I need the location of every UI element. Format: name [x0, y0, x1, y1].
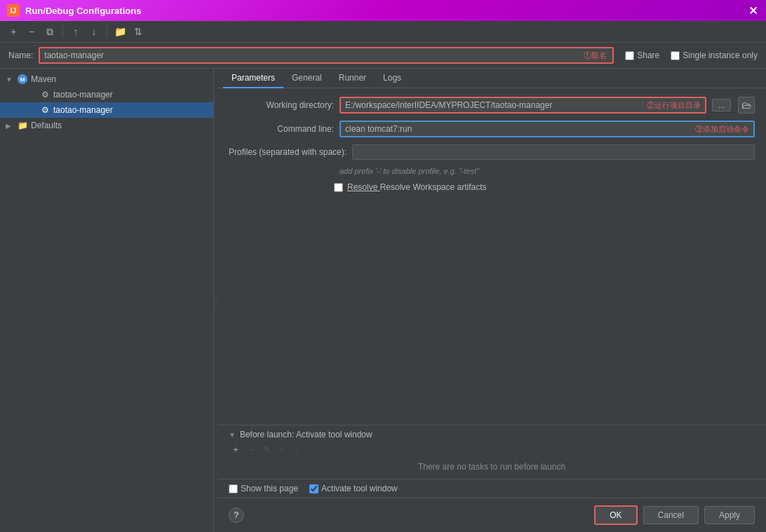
- before-launch-toolbar: + − ✎ ↑ ↓: [229, 442, 755, 456]
- help-button[interactable]: ?: [229, 507, 244, 523]
- profiles-label: Profiles (separated with space):: [229, 147, 347, 157]
- command-line-label: Command line:: [229, 124, 334, 134]
- toolbar: + − ⧉ ↑ ↓ 📁 ⇅: [0, 21, 766, 43]
- tab-general[interactable]: General: [283, 69, 330, 88]
- activate-tool-checkbox-label[interactable]: Activate tool window: [309, 484, 398, 493]
- working-directory-row: Working directory: ②运行项目目录 ... 🗁: [229, 97, 755, 114]
- share-checkbox-label[interactable]: Share: [625, 50, 659, 60]
- resolve-workspace-text: Resolve Workspace artifacts: [380, 182, 487, 192]
- sort-button[interactable]: ⇅: [130, 24, 146, 39]
- profiles-input[interactable]: [352, 144, 755, 160]
- resolve-checkbox[interactable]: [334, 183, 343, 192]
- maven-icon: [17, 74, 28, 85]
- remove-config-button[interactable]: −: [24, 24, 39, 39]
- name-options: Share Single instance only: [625, 50, 758, 60]
- params-content: Working directory: ②运行项目目录 ... 🗁 Command…: [217, 88, 766, 425]
- show-page-checkbox-label[interactable]: Show this page: [229, 484, 298, 493]
- move-up-button[interactable]: ↑: [68, 24, 83, 39]
- collapse-arrow-icon: ▼: [229, 431, 236, 439]
- maven-arrow: ▼: [6, 76, 14, 83]
- single-instance-checkbox[interactable]: [671, 51, 680, 60]
- tree-label-maven: Maven: [31, 74, 56, 84]
- tree-item-defaults[interactable]: ▶ 📁 Defaults: [0, 118, 213, 133]
- intellij-icon: IJ: [7, 4, 20, 17]
- resize-handle[interactable]: [214, 69, 217, 532]
- tabs-bar: Parameters General Runner Logs: [217, 69, 766, 88]
- before-launch-edit-button[interactable]: ✎: [260, 442, 274, 456]
- activate-tool-label: Activate tool window: [321, 484, 398, 493]
- before-launch-up-button[interactable]: ↑: [275, 442, 289, 456]
- before-launch-empty-text: There are no tasks to run before launch: [229, 459, 755, 475]
- window-title: Run/Debug Configurations: [25, 6, 141, 16]
- add-config-button[interactable]: +: [6, 24, 21, 39]
- tree-label-taotao-2: taotao-manager: [53, 105, 113, 115]
- name-input-wrapper: ①取名: [39, 47, 614, 64]
- cancel-button[interactable]: Cancel: [643, 506, 699, 524]
- working-dir-folder-button[interactable]: 🗁: [738, 97, 755, 114]
- tree-item-taotao-2[interactable]: ⚙ taotao-manager: [0, 102, 213, 118]
- working-dir-wrapper: ②运行项目目录: [340, 97, 706, 114]
- defaults-arrow: ▶: [6, 122, 14, 130]
- resolve-label: Resolve Resolve Workspace artifacts: [347, 182, 487, 192]
- resolve-row: Resolve Resolve Workspace artifacts: [229, 182, 755, 192]
- tree-item-maven[interactable]: ▼ Maven: [0, 71, 213, 87]
- tab-parameters[interactable]: Parameters: [223, 69, 283, 88]
- profiles-hint: add prefix '-' to disable profile, e.g. …: [229, 167, 755, 175]
- name-input[interactable]: [40, 48, 612, 62]
- tree-item-taotao-1[interactable]: ⚙ taotao-manager: [0, 87, 213, 102]
- before-launch-down-button[interactable]: ↓: [290, 442, 304, 456]
- browse-button[interactable]: ...: [712, 99, 731, 111]
- close-button[interactable]: ✕: [746, 4, 759, 17]
- folder-icon: 📁: [17, 120, 28, 131]
- command-line-row: Command line: ③添加启动命令: [229, 121, 755, 137]
- toolbar-divider-1: [62, 25, 63, 38]
- tree-label-taotao-1: taotao-manager: [53, 90, 113, 100]
- activate-tool-checkbox[interactable]: [309, 484, 318, 493]
- main-container: + − ⧉ ↑ ↓ 📁 ⇅ Name: ①取名 Share Single ins…: [0, 21, 766, 532]
- tab-runner[interactable]: Runner: [330, 69, 375, 88]
- name-label: Name:: [8, 50, 33, 60]
- name-row: Name: ①取名 Share Single instance only: [0, 43, 766, 69]
- before-launch-add-button[interactable]: +: [229, 442, 243, 456]
- action-buttons-left: ?: [229, 507, 589, 523]
- gear-icon-1: ⚙: [39, 89, 51, 100]
- move-down-button[interactable]: ↓: [86, 24, 102, 39]
- command-annotation: ③添加启动命令: [691, 124, 753, 135]
- before-launch-section: ▼ Before launch: Activate tool window + …: [217, 425, 766, 479]
- folder-button[interactable]: 📁: [112, 24, 128, 39]
- ok-button[interactable]: OK: [594, 505, 637, 525]
- show-page-checkbox[interactable]: [229, 484, 238, 493]
- working-dir-annotation: ②运行项目目录: [642, 100, 705, 111]
- resolve-label-text: Resolve: [347, 182, 380, 192]
- share-checkbox[interactable]: [625, 51, 634, 60]
- toolbar-divider-2: [107, 25, 107, 38]
- working-directory-input[interactable]: [341, 98, 642, 112]
- command-line-input[interactable]: [341, 122, 691, 136]
- tab-logs[interactable]: Logs: [375, 69, 410, 88]
- show-page-label: Show this page: [241, 484, 298, 493]
- working-directory-label: Working directory:: [229, 100, 334, 110]
- title-bar: IJ Run/Debug Configurations ✕: [0, 0, 766, 21]
- right-panel: Parameters General Runner Logs Working d…: [217, 69, 766, 532]
- gear-icon-2: ⚙: [39, 104, 51, 116]
- left-panel: ▼ Maven ⚙ taotao-manager ⚙ taotao-manage…: [0, 69, 214, 532]
- profiles-row: Profiles (separated with space):: [229, 144, 755, 160]
- command-line-wrapper: ③添加启动命令: [340, 121, 755, 137]
- tree-label-defaults: Defaults: [31, 121, 62, 130]
- share-label: Share: [637, 50, 659, 60]
- action-buttons: ? OK Cancel Apply: [217, 498, 766, 532]
- single-instance-checkbox-label[interactable]: Single instance only: [671, 50, 758, 60]
- single-instance-label: Single instance only: [683, 50, 758, 60]
- name-annotation: ①取名: [584, 50, 607, 61]
- apply-button[interactable]: Apply: [704, 506, 755, 524]
- before-launch-remove-button[interactable]: −: [244, 442, 258, 456]
- before-launch-title: Before launch: Activate tool window: [240, 430, 372, 439]
- content-area: ▼ Maven ⚙ taotao-manager ⚙ taotao-manage…: [0, 69, 766, 532]
- copy-config-button[interactable]: ⧉: [42, 24, 58, 39]
- before-launch-header: ▼ Before launch: Activate tool window: [229, 430, 755, 439]
- bottom-checkboxes: Show this page Activate tool window: [217, 479, 766, 498]
